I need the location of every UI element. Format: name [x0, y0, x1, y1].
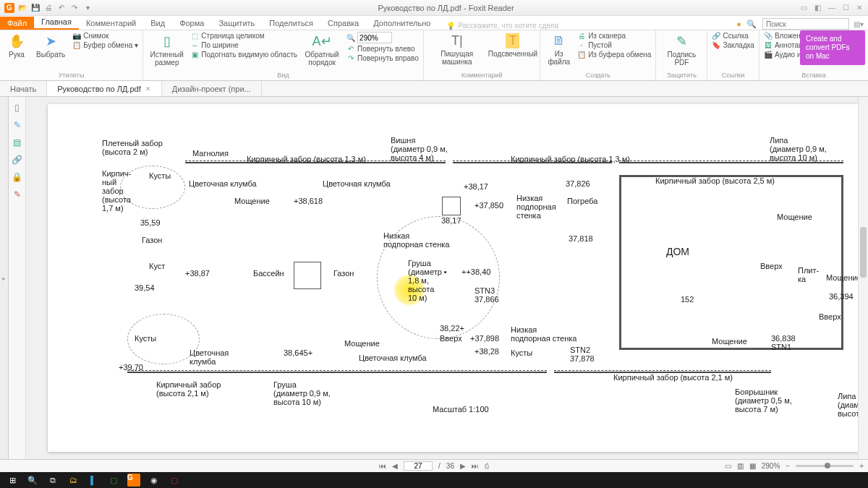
page-number-input[interactable]	[404, 461, 433, 471]
select-tool[interactable]: ➤Выбрать	[33, 32, 68, 60]
notify-icon[interactable]: ●	[736, 20, 741, 28]
zoom-slider[interactable]	[796, 465, 854, 467]
app-icon[interactable]: ▌	[84, 474, 103, 487]
whole-page[interactable]: ⬚Страница целиком	[190, 32, 297, 40]
prev-page-icon[interactable]: ◀	[392, 462, 398, 470]
bookmarks-panel-icon[interactable]: ▯	[14, 103, 20, 113]
rotate-left[interactable]: ↶Повернуть влево	[346, 45, 419, 53]
minimize-icon[interactable]: —	[828, 4, 835, 12]
zoom-in-icon[interactable]: +	[859, 462, 864, 470]
tab-extra[interactable]: Дополнительно	[366, 17, 438, 30]
from-clipboard[interactable]: 📋Из буфера обмена	[577, 51, 651, 59]
first-page-icon[interactable]: ⏮	[379, 462, 386, 470]
plan-label: Куст	[149, 262, 165, 270]
skin-icon[interactable]: ◧	[814, 4, 821, 12]
reflow-button[interactable]: A↵Обратный порядок	[302, 32, 342, 68]
plan-label: Вверх	[760, 262, 783, 270]
tab-protect[interactable]: Защитить	[211, 17, 262, 30]
view-mode-icon[interactable]: ▦	[749, 462, 756, 470]
doctab-start[interactable]: Начать	[0, 81, 47, 96]
view-mode-icon[interactable]: ▭	[725, 462, 731, 470]
print-icon[interactable]: 🖨	[43, 3, 54, 13]
redo-icon[interactable]: ↷	[69, 3, 80, 13]
app-icon[interactable]: ▢	[165, 474, 184, 487]
hand-icon: ✋	[9, 33, 25, 49]
file-icon: 🗎	[553, 33, 566, 48]
tab-home[interactable]: Главная	[34, 15, 79, 30]
plan-label: Плетеный забор (высота 2 м)	[102, 139, 163, 156]
panel-expand[interactable]: ▸	[0, 97, 9, 459]
signatures-panel-icon[interactable]: ✎	[14, 189, 21, 200]
plan-label: Кусты	[149, 171, 171, 180]
view-mode-icon[interactable]: ▥	[737, 462, 744, 470]
app-icon[interactable]: ▢	[104, 474, 123, 487]
search-taskbar-icon[interactable]: 🔍	[23, 474, 42, 487]
link-button[interactable]: 🔗Ссылка	[712, 32, 754, 40]
tab-view[interactable]: Вид	[143, 17, 172, 30]
zoom-thumb[interactable]	[825, 463, 830, 468]
next-page-icon[interactable]: ▶	[460, 462, 466, 470]
ribbon-min-icon[interactable]: ▭	[801, 4, 807, 12]
scroll-thumb[interactable]	[860, 227, 867, 278]
camera-icon: 📷	[72, 32, 81, 40]
zoom-out-icon[interactable]: −	[786, 462, 790, 470]
taskview-icon[interactable]: ⧉	[43, 474, 62, 487]
maximize-icon[interactable]: ☐	[843, 4, 849, 12]
comments-panel-icon[interactable]: ▤	[13, 137, 21, 147]
fit-page-icon: ⬚	[190, 32, 199, 40]
hand-tool[interactable]: ✋Рука	[4, 32, 29, 60]
window-title: Руководство по ЛД.pdf - Foxit Reader	[97, 4, 795, 12]
fit-visible[interactable]: ▣Подогнать видимую область	[190, 51, 297, 59]
plan-label: 39,54	[135, 283, 155, 292]
scanner-icon: 🖨	[577, 32, 586, 40]
fit-width[interactable]: ↔По ширине	[190, 41, 297, 49]
doctab-design[interactable]: Дизайн-проект (при...	[162, 81, 262, 96]
attachments-panel-icon[interactable]: 🔗	[12, 155, 22, 165]
security-panel-icon[interactable]: 🔒	[12, 172, 22, 182]
typewriter-button[interactable]: T|Пишущая машинка	[428, 32, 486, 67]
start-button[interactable]: ⊞	[3, 474, 22, 487]
save-icon[interactable]: 💾	[30, 3, 41, 13]
pages-panel-icon[interactable]: ✎	[14, 120, 21, 130]
clipboard-button[interactable]: 📋Буфер обмена ▾	[72, 41, 138, 49]
explorer-icon[interactable]: 🗂	[64, 474, 82, 487]
tell-me[interactable]: 💡Расскажите, что хотите сдела	[446, 22, 558, 30]
zoom-combo[interactable]: 🔍	[346, 32, 419, 43]
close-icon[interactable]: ✕	[856, 4, 862, 12]
page-viewport[interactable]: Плетеный забор (высота 2 м) Магнолия Кир…	[26, 97, 868, 459]
chrome-icon[interactable]: ◉	[145, 474, 163, 487]
rotate-right[interactable]: ↷Повернуть вправо	[346, 54, 419, 62]
snapshot-button[interactable]: 📷Снимок	[72, 32, 138, 40]
search-input[interactable]	[762, 18, 849, 30]
vertical-scrollbar[interactable]	[858, 97, 868, 459]
actual-size[interactable]: ▯Истинный размер	[148, 32, 186, 68]
from-file-button[interactable]: 🗎Из файла	[545, 32, 573, 67]
page-total: 36	[446, 462, 454, 470]
close-tab-icon[interactable]: ✕	[145, 85, 151, 93]
tab-comment[interactable]: Комментарий	[79, 17, 143, 30]
foxit-taskbar-icon[interactable]: G	[124, 474, 143, 487]
undo-icon[interactable]: ↶	[56, 3, 67, 13]
qat-more-icon[interactable]: ▾	[82, 3, 93, 13]
sign-button[interactable]: ✎Подпись PDF	[660, 32, 702, 68]
search-icon[interactable]: 🔍	[746, 20, 757, 28]
convert-pdf-promo[interactable]: Create and convert PDFs on Mac	[800, 30, 865, 65]
blank-page[interactable]: ▫Пустой	[577, 41, 651, 49]
doctab-guide[interactable]: Руководство по ЛД.pdf✕	[47, 81, 161, 96]
tab-form[interactable]: Форма	[172, 17, 211, 30]
last-page-icon[interactable]: ⏭	[472, 462, 479, 470]
search-menu-icon[interactable]: ▤▾	[854, 20, 864, 28]
plan-label: Кирпичный забор (высота 2,1 м)	[613, 373, 733, 382]
tab-help[interactable]: Справка	[320, 17, 366, 30]
open-icon[interactable]: 📂	[17, 3, 27, 13]
tab-share[interactable]: Поделиться	[262, 17, 320, 30]
tab-file[interactable]: Файл	[0, 17, 34, 30]
plan-label: 38,17	[441, 216, 461, 225]
group-view: ▯Истинный размер ⬚Страница целиком ↔По ш…	[143, 30, 424, 80]
highlight-button[interactable]: TПодсвеченный	[490, 32, 536, 59]
nav-extra-icon[interactable]: ⎙	[485, 462, 489, 470]
from-scanner[interactable]: 🖨Из сканера	[577, 32, 651, 40]
bookmark-button[interactable]: 🔖Закладка	[712, 41, 754, 49]
zoom-value-input[interactable]	[357, 32, 392, 43]
status-bar: ⏮ ◀ / 36 ▶ ⏭ ⎙ ▭ ▥ ▦ 290% − +	[0, 459, 868, 472]
